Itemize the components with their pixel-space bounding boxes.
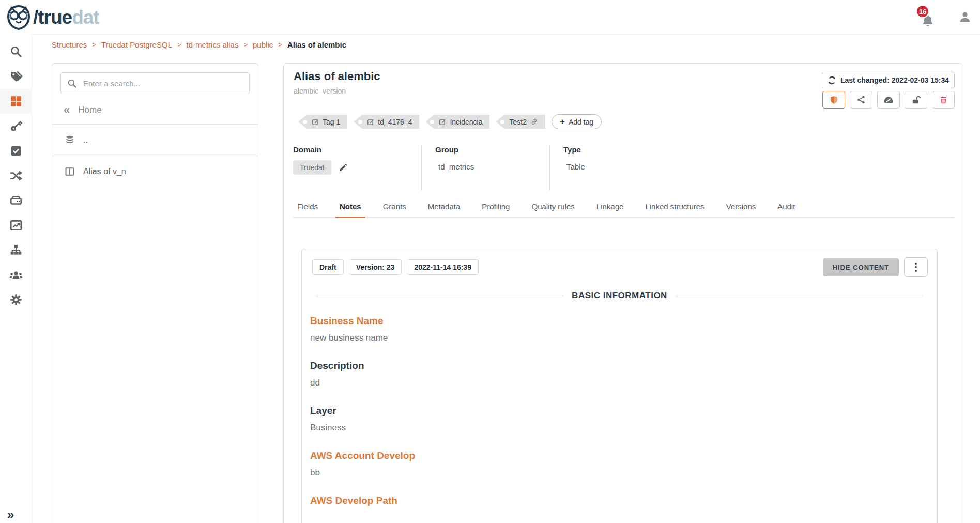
breadcrumb-separator: > (278, 41, 282, 49)
field-value: new business name (310, 333, 937, 343)
field-label: AWS Account Develop (310, 450, 937, 462)
share-icon (856, 95, 866, 104)
rail-settings-icon[interactable] (0, 287, 32, 312)
tags-row: Tag 1 td_4176_4 Incidencia Test2 + Add t (298, 114, 602, 129)
rail-storage-icon[interactable] (0, 188, 32, 213)
trash-icon (939, 95, 948, 105)
tab-grants[interactable]: Grants (382, 199, 407, 217)
breadcrumb: Structures > Truedat PostgreSQL > td-met… (52, 36, 346, 53)
database-icon (65, 135, 75, 145)
note-header: Draft Version: 23 2022-11-14 16:39 HIDE … (302, 249, 937, 277)
rail-key-icon[interactable] (0, 114, 32, 139)
tag-chip[interactable]: Incidencia (425, 115, 489, 129)
logo-text-dat: dat (72, 7, 99, 28)
list-item-label: Alias of v_n (83, 167, 126, 176)
truedat-logo[interactable]: /truedat (6, 4, 99, 30)
note-meta-chips: Draft Version: 23 2022-11-14 16:39 (312, 259, 479, 275)
tag-chip[interactable]: Tag 1 (298, 115, 347, 129)
tab-profiling[interactable]: Profiling (481, 199, 511, 217)
rail-quality-icon[interactable] (0, 139, 32, 163)
browser-home-link[interactable]: « Home (52, 94, 258, 124)
refresh-icon (828, 76, 836, 85)
note-version-badge: Version: 23 (349, 259, 402, 275)
tag-chip-linked[interactable]: Test2 (496, 115, 545, 129)
share-button[interactable] (850, 91, 872, 109)
tag-hole (430, 120, 434, 124)
note-fields: Business Name new business name Descript… (310, 315, 937, 506)
owl-logo-icon (6, 4, 31, 30)
edit-tag-icon[interactable] (367, 118, 374, 126)
tag-hole (500, 120, 504, 124)
notifications-button[interactable]: 16 (919, 7, 937, 27)
rail-lineage-icon[interactable] (0, 238, 32, 263)
list-item-structure[interactable]: Alias of v_n (52, 156, 258, 187)
field-value: bb (310, 468, 937, 478)
tab-notes[interactable]: Notes (339, 199, 362, 217)
link-icon[interactable] (530, 118, 538, 126)
search-icon (67, 79, 77, 88)
structure-actions (822, 91, 955, 109)
rail-tags-icon[interactable] (0, 64, 32, 89)
kebab-icon (914, 262, 917, 272)
rail-search-icon[interactable] (0, 39, 32, 64)
breadcrumb-system[interactable]: Truedat PostgreSQL (101, 40, 172, 49)
hide-content-button[interactable]: HIDE CONTENT (823, 258, 899, 276)
last-changed-label: Last changed: 2022-02-03 15:34 (840, 76, 949, 84)
tab-metadata[interactable]: Metadata (427, 199, 462, 217)
note-menu-button[interactable] (904, 257, 928, 277)
rail-analytics-icon[interactable] (0, 213, 32, 238)
tab-fields[interactable]: Fields (296, 199, 319, 217)
tab-linkage[interactable]: Linkage (595, 199, 625, 217)
type-label: Type (563, 145, 585, 154)
tag-label: td_4176_4 (378, 118, 412, 126)
structure-browser-panel: « Home .. Alias of v_n (52, 63, 258, 523)
page-subtitle: alembic_version (294, 87, 346, 95)
user-menu-button[interactable] (957, 9, 973, 25)
page-title: Alias of alembic (294, 70, 380, 83)
rail-structures-icon[interactable] (0, 89, 32, 114)
domain-chip[interactable]: Truedat (293, 160, 331, 175)
rail-shuffle-icon[interactable] (0, 163, 32, 188)
edit-domain-icon[interactable] (339, 163, 347, 172)
dashboard-button[interactable] (877, 91, 900, 109)
divider (676, 296, 923, 296)
breadcrumb-schema[interactable]: td-metrics alias (187, 40, 239, 49)
tag-hole (358, 120, 362, 124)
structure-detail-card: Alias of alembic alembic_version Last ch… (283, 63, 963, 523)
logo-text: /truedat (33, 8, 99, 27)
field-label: AWS Develop Path (310, 495, 937, 506)
rail-users-icon[interactable] (0, 263, 32, 287)
list-item-label: .. (83, 135, 88, 145)
expand-rail-button[interactable]: » (7, 509, 14, 521)
delete-button[interactable] (932, 91, 955, 109)
tab-linked-structures[interactable]: Linked structures (644, 199, 705, 217)
note-status-badge: Draft (312, 259, 344, 275)
list-item-parent[interactable]: .. (52, 125, 258, 156)
note-field: AWS Develop Path (310, 495, 937, 506)
last-changed-button[interactable]: Last changed: 2022-02-03 15:34 (822, 72, 955, 88)
permissions-button[interactable] (822, 91, 845, 109)
edit-tag-icon[interactable] (312, 118, 319, 126)
details-section: Domain Truedat Group td_metrics Type Tab… (293, 145, 601, 191)
tab-audit[interactable]: Audit (776, 199, 796, 217)
group-label: Group (435, 145, 534, 154)
home-label: Home (78, 105, 101, 115)
search-input[interactable] (82, 79, 243, 88)
breadcrumb-separator: > (177, 41, 181, 49)
field-value: Business (310, 423, 937, 433)
tab-versions[interactable]: Versions (725, 199, 757, 217)
add-tag-button[interactable]: + Add tag (552, 114, 602, 129)
chevron-double-left-icon: « (64, 104, 70, 116)
breadcrumb-public[interactable]: public (253, 40, 273, 49)
domain-label: Domain (293, 145, 406, 154)
breadcrumb-separator: > (92, 41, 96, 49)
tag-chip[interactable]: td_4176_4 (354, 115, 419, 129)
tab-quality-rules[interactable]: Quality rules (530, 199, 575, 217)
edit-tag-icon[interactable] (439, 118, 446, 126)
breadcrumb-structures[interactable]: Structures (52, 40, 87, 49)
tag-label: Test2 (509, 118, 526, 126)
lock-button[interactable] (905, 91, 927, 109)
field-label: Layer (310, 405, 937, 417)
table-icon (65, 166, 75, 177)
unlock-icon (911, 95, 921, 105)
